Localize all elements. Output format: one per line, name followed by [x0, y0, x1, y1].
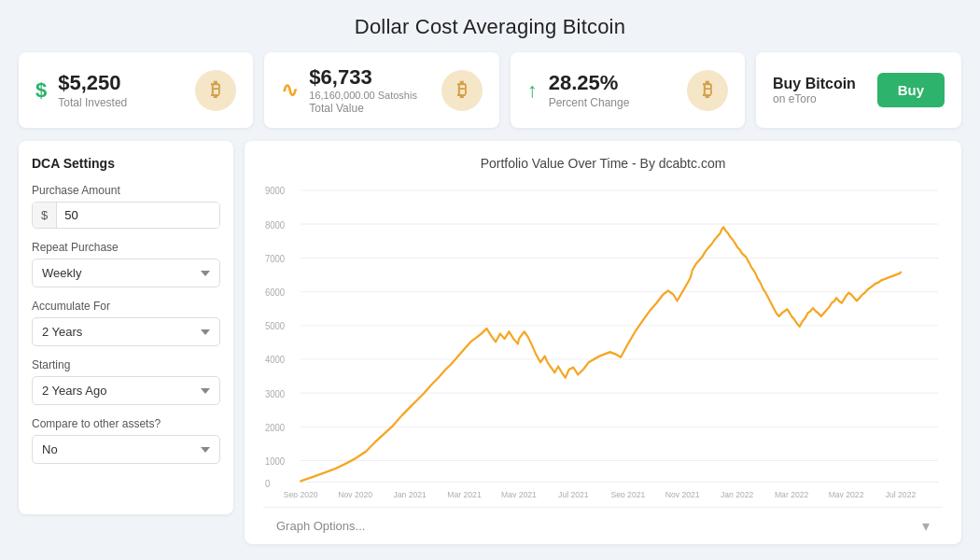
arrow-up-icon: ↑	[527, 78, 538, 103]
chevron-down-icon: ▾	[922, 517, 930, 535]
svg-text:Nov 2021: Nov 2021	[665, 489, 700, 497]
total-invested-content: $5,250 Total Invested	[58, 71, 184, 109]
svg-text:3000: 3000	[265, 388, 286, 399]
percent-change-content: 28.25% Percent Change	[549, 71, 676, 109]
svg-text:Nov 2020: Nov 2020	[338, 489, 372, 497]
compare-select[interactable]: No Yes	[32, 435, 220, 464]
buy-button[interactable]: Buy	[877, 73, 945, 107]
buy-bitcoin-subtitle: on eToro	[773, 92, 856, 105]
svg-text:Jan 2022: Jan 2022	[721, 489, 753, 497]
svg-text:Mar 2022: Mar 2022	[775, 489, 808, 497]
svg-text:5000: 5000	[265, 321, 286, 332]
buy-bitcoin-title: Buy Bitcoin	[773, 76, 856, 92]
svg-text:Jan 2021: Jan 2021	[393, 489, 426, 497]
chart-container: 9000 8000 7000 6000 5000 4000 3000 2000 …	[263, 180, 943, 501]
svg-text:0: 0	[265, 478, 271, 489]
chart-area: Portfolio Value Over Time - By dcabtc.co…	[245, 141, 961, 544]
total-value-value: $6,733	[309, 65, 429, 90]
dollar-icon: $	[35, 78, 47, 103]
accumulate-for-select[interactable]: 2 Years 1 Year 3 Years 5 Years 10 Years	[32, 317, 220, 346]
accumulate-for-label: Accumulate For	[32, 300, 220, 313]
stats-row: $ $5,250 Total Invested ₿ ∿ $6,733 16,16…	[19, 52, 961, 128]
page-title: Dollar Cost Averaging Bitcoin	[19, 15, 961, 39]
total-invested-label: Total Invested	[58, 96, 184, 109]
dollar-prefix: $	[33, 203, 57, 228]
repeat-purchase-group: Repeat Purchase Weekly Daily Monthly	[32, 241, 220, 287]
total-invested-value: $5,250	[58, 71, 184, 95]
purchase-amount-input[interactable]	[57, 203, 220, 228]
svg-text:8000: 8000	[265, 219, 286, 231]
purchase-amount-input-group: $ .00	[32, 202, 220, 229]
pulse-icon: ∿	[281, 78, 298, 103]
starting-select[interactable]: 2 Years Ago 1 Year Ago 3 Years Ago 5 Yea…	[32, 376, 220, 405]
bitcoin-icon-3: ₿	[687, 70, 728, 111]
svg-text:Mar 2021: Mar 2021	[447, 489, 481, 497]
purchase-amount-group: Purchase Amount $ .00	[32, 184, 220, 229]
svg-text:May 2021: May 2021	[501, 489, 537, 497]
chart-title: Portfolio Value Over Time - By dcabtc.co…	[263, 156, 943, 171]
svg-text:Sep 2021: Sep 2021	[610, 489, 645, 497]
bitcoin-icon-2: ₿	[441, 70, 483, 111]
compare-label: Compare to other assets?	[32, 417, 220, 430]
svg-text:May 2022: May 2022	[829, 489, 864, 497]
buy-bitcoin-text: Buy Bitcoin on eToro	[773, 76, 856, 105]
chart-line	[301, 227, 901, 481]
repeat-purchase-select[interactable]: Weekly Daily Monthly	[32, 259, 220, 287]
bitcoin-icon-1: ₿	[195, 70, 236, 111]
percent-change-label: Percent Change	[549, 96, 676, 109]
svg-text:9000: 9000	[265, 186, 286, 197]
svg-text:2000: 2000	[265, 422, 286, 433]
total-value-sub: 16,160,000.00 Satoshis	[309, 90, 429, 101]
graph-options-bar[interactable]: Graph Options... ▾	[263, 507, 943, 544]
repeat-purchase-label: Repeat Purchase	[32, 241, 220, 254]
starting-group: Starting 2 Years Ago 1 Year Ago 3 Years …	[32, 358, 220, 405]
svg-text:Jul 2022: Jul 2022	[886, 489, 917, 497]
svg-text:Jul 2021: Jul 2021	[558, 489, 589, 497]
total-value-content: $6,733 16,160,000.00 Satoshis Total Valu…	[309, 65, 429, 115]
total-value-card: ∿ $6,733 16,160,000.00 Satoshis Total Va…	[264, 52, 498, 128]
page-container: Dollar Cost Averaging Bitcoin $ $5,250 T…	[0, 0, 980, 559]
compare-group: Compare to other assets? No Yes	[32, 417, 220, 464]
svg-text:1000: 1000	[265, 455, 286, 467]
total-value-label: Total Value	[309, 102, 429, 115]
purchase-amount-label: Purchase Amount	[32, 184, 220, 197]
accumulate-for-group: Accumulate For 2 Years 1 Year 3 Years 5 …	[32, 300, 220, 346]
portfolio-chart: 9000 8000 7000 6000 5000 4000 3000 2000 …	[263, 180, 943, 497]
buy-bitcoin-card: Buy Bitcoin on eToro Buy	[756, 52, 961, 128]
sidebar: DCA Settings Purchase Amount $ .00 Repea…	[19, 141, 233, 514]
svg-text:6000: 6000	[265, 287, 286, 298]
percent-change-value: 28.25%	[549, 71, 676, 95]
graph-options-label: Graph Options...	[276, 519, 365, 533]
total-invested-card: $ $5,250 Total Invested ₿	[19, 52, 253, 128]
sidebar-title: DCA Settings	[32, 156, 220, 171]
svg-text:7000: 7000	[265, 253, 286, 264]
main-area: DCA Settings Purchase Amount $ .00 Repea…	[19, 141, 961, 544]
starting-label: Starting	[32, 358, 220, 371]
svg-text:4000: 4000	[265, 355, 286, 366]
percent-change-card: ↑ 28.25% Percent Change ₿	[511, 52, 745, 128]
svg-text:Sep 2020: Sep 2020	[284, 489, 318, 497]
